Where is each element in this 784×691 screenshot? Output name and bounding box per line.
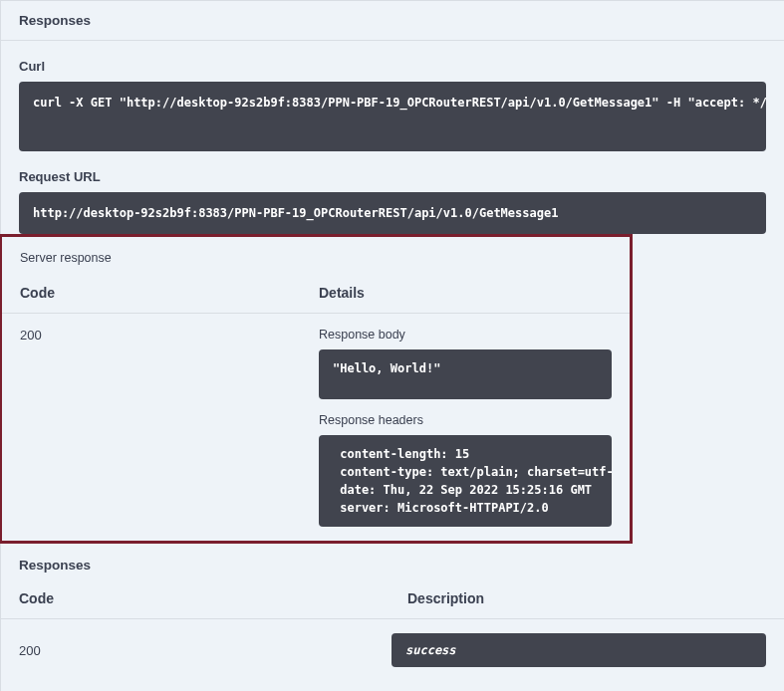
server-response-label: Server response <box>2 251 630 265</box>
server-response-header-row: Code Details <box>2 275 630 314</box>
responses-row-description[interactable]: success <box>392 633 766 667</box>
column-details-header: Details <box>319 285 365 301</box>
response-body[interactable]: "Hello, World!" <box>319 349 612 399</box>
responses-header-row: Code Description <box>1 580 784 619</box>
curl-section: Curl curl -X GET "http://desktop-92s2b9f… <box>1 59 784 151</box>
response-body-label: Response body <box>319 328 612 342</box>
response-headers-label: Response headers <box>319 413 612 427</box>
responses-column-description: Description <box>407 590 484 606</box>
panel-title: Responses <box>1 1 784 41</box>
responses-section-label: Responses <box>1 544 784 580</box>
responses-section: Responses Code Description 200 success <box>1 544 784 667</box>
request-url-value[interactable]: http://desktop-92s2b9f:8383/PPN-PBF-19_O… <box>19 192 766 234</box>
server-response-highlight: Server response Code Details 200 Respons… <box>0 234 633 544</box>
response-headers[interactable]: content-length: 15 content-type: text/pl… <box>319 435 612 527</box>
column-code-header: Code <box>20 285 319 301</box>
responses-row-code: 200 <box>19 643 392 658</box>
responses-column-code: Code <box>19 590 407 606</box>
curl-label: Curl <box>19 59 766 74</box>
responses-panel: Responses Curl curl -X GET "http://deskt… <box>0 0 784 691</box>
responses-row: 200 success <box>1 619 784 667</box>
request-url-section: Request URL http://desktop-92s2b9f:8383/… <box>1 169 784 234</box>
curl-command[interactable]: curl -X GET "http://desktop-92s2b9f:8383… <box>19 82 766 151</box>
response-code: 200 <box>20 328 319 527</box>
server-response-row: 200 Response body "Hello, World!" Respon… <box>2 314 630 527</box>
request-url-label: Request URL <box>19 169 766 184</box>
